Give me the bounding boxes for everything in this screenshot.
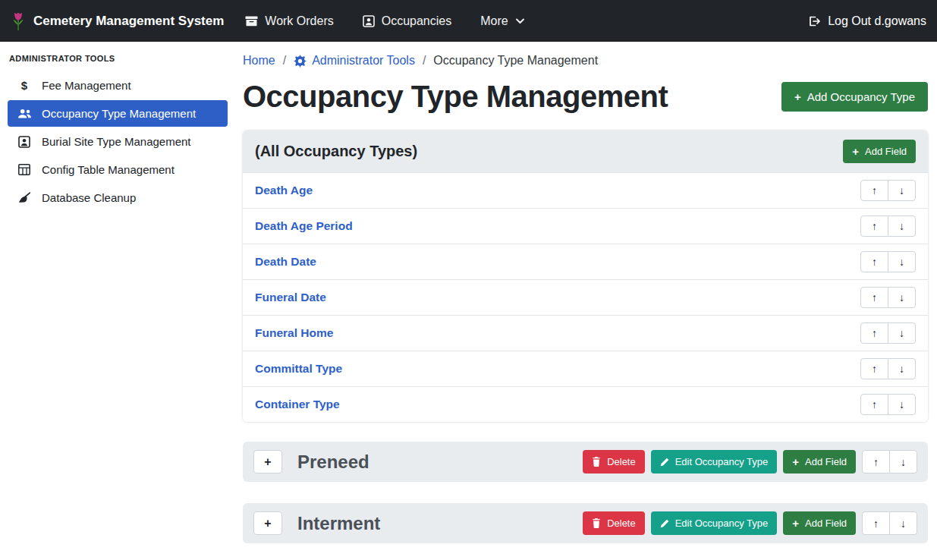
logout-label: Log Out d.gowans — [828, 14, 926, 28]
occupancy-type-panel-preneed: + Preneed Delete — [243, 442, 928, 482]
move-up-button[interactable]: ↑ — [860, 394, 888, 415]
field-link[interactable]: Committal Type — [255, 362, 342, 376]
sidebar-item-label: Fee Management — [42, 79, 131, 92]
reorder-group: ↑ ↓ — [860, 180, 916, 201]
nav-work-orders[interactable]: Work Orders — [245, 14, 333, 28]
move-down-button[interactable]: ↓ — [888, 394, 916, 415]
sidebar-item-fee-management[interactable]: $ Fee Management — [8, 72, 228, 99]
reorder-group: ↑ ↓ — [860, 358, 916, 379]
add-field-button[interactable]: + Add Field — [783, 511, 856, 535]
occupancy-type-name: Preneed — [297, 451, 369, 473]
expand-button[interactable]: + — [253, 450, 282, 473]
reorder-group: ↑ ↓ — [860, 287, 916, 308]
move-down-button[interactable]: ↓ — [888, 216, 916, 237]
move-up-button[interactable]: ↑ — [860, 322, 888, 344]
sidebar-item-database-cleanup[interactable]: Database Cleanup — [8, 184, 228, 211]
add-field-button[interactable]: + Add Field — [843, 140, 916, 163]
nav-label: Occupancies — [382, 14, 452, 28]
field-link[interactable]: Death Date — [255, 255, 316, 269]
page-title: Occupancy Type Management — [243, 80, 668, 114]
move-down-button[interactable]: ↓ — [888, 358, 916, 379]
add-field-button[interactable]: + Add Field — [783, 450, 856, 473]
sidebar-heading: Administrator Tools — [0, 45, 235, 71]
sidebar-item-config-table-management[interactable]: Config Table Management — [8, 156, 228, 183]
button-label: Add Field — [805, 518, 847, 529]
sidebar-item-label: Burial Site Type Management — [42, 135, 191, 148]
main-content: Home / Administrator Tools / Occupancy T… — [235, 42, 937, 560]
plus-icon: + — [792, 518, 799, 529]
type-actions: Delete Edit Occupancy Type + Add Field ↑ — [583, 511, 917, 535]
move-up-button[interactable]: ↑ — [860, 358, 888, 379]
gear-icon — [294, 55, 307, 68]
nav-occupancies[interactable]: Occupancies — [363, 14, 452, 28]
move-up-button[interactable]: ↑ — [860, 180, 888, 201]
nav-label: Work Orders — [265, 14, 333, 28]
button-label: Add Field — [865, 146, 907, 157]
plus-icon: + — [794, 91, 801, 102]
burial-site-icon — [17, 136, 32, 148]
app-brand[interactable]: Cemetery Management System — [11, 11, 224, 31]
move-down-button[interactable]: ↓ — [888, 287, 916, 308]
occupancy-type-name: Interment — [297, 513, 380, 534]
delete-button[interactable]: Delete — [583, 450, 645, 473]
field-link[interactable]: Funeral Date — [255, 291, 326, 304]
breadcrumb-current: Occupancy Type Management — [433, 54, 598, 68]
field-link[interactable]: Death Age Period — [255, 219, 353, 233]
field-link[interactable]: Funeral Home — [255, 326, 333, 340]
plus-icon: + — [852, 146, 859, 157]
dollar-icon: $ — [17, 79, 32, 92]
field-row: Death Date ↑ ↓ — [243, 244, 928, 279]
field-row: Death Age ↑ ↓ — [243, 172, 928, 208]
field-link[interactable]: Container Type — [255, 398, 340, 411]
move-up-button[interactable]: ↑ — [862, 511, 890, 535]
logout-button[interactable]: Log Out d.gowans — [807, 14, 926, 28]
move-up-button[interactable]: ↑ — [860, 287, 888, 308]
sidebar-item-label: Occupancy Type Management — [42, 107, 196, 120]
add-occupancy-type-button[interactable]: + Add Occupancy Type — [781, 82, 928, 112]
nav-more[interactable]: More — [480, 14, 524, 28]
sidebar-item-label: Config Table Management — [42, 163, 175, 176]
move-up-button[interactable]: ↑ — [860, 216, 888, 237]
breadcrumb-home-link[interactable]: Home — [243, 54, 275, 68]
expand-button[interactable]: + — [253, 511, 282, 535]
edit-occupancy-type-button[interactable]: Edit Occupancy Type — [651, 511, 778, 535]
delete-button[interactable]: Delete — [583, 511, 645, 535]
reorder-group: ↑ ↓ — [860, 322, 916, 344]
trash-icon — [592, 518, 601, 528]
reorder-group: ↑ ↓ — [862, 511, 917, 535]
move-down-button[interactable]: ↓ — [888, 322, 916, 344]
button-label: Delete — [607, 518, 636, 529]
sidebar-item-burial-site-type-management[interactable]: Burial Site Type Management — [8, 128, 228, 155]
sidebar: Administrator Tools $ Fee Management Occ… — [0, 42, 235, 560]
tulip-logo-icon — [11, 11, 26, 31]
move-down-button[interactable]: ↓ — [888, 251, 916, 272]
button-label: Edit Occupancy Type — [675, 518, 769, 529]
field-link[interactable]: Death Age — [255, 184, 313, 197]
breadcrumb-admin-tools-link[interactable]: Administrator Tools — [294, 54, 415, 68]
pencil-icon — [660, 519, 669, 528]
pencil-icon — [660, 458, 669, 467]
reorder-group: ↑ ↓ — [862, 450, 917, 473]
broom-icon — [17, 192, 32, 203]
move-down-button[interactable]: ↓ — [889, 450, 917, 473]
breadcrumb-separator: / — [423, 54, 426, 68]
move-up-button[interactable]: ↑ — [860, 251, 888, 272]
panel-title: (All Occupancy Types) — [255, 143, 417, 160]
move-down-button[interactable]: ↓ — [888, 180, 916, 201]
plus-icon: + — [792, 456, 799, 467]
content-shell: Administrator Tools $ Fee Management Occ… — [0, 42, 937, 560]
reorder-group: ↑ ↓ — [860, 251, 916, 272]
title-row: Occupancy Type Management + Add Occupanc… — [243, 80, 928, 114]
reorder-group: ↑ ↓ — [860, 394, 916, 415]
move-down-button[interactable]: ↓ — [889, 511, 917, 535]
panel-header: (All Occupancy Types) + Add Field — [243, 131, 928, 172]
breadcrumb-separator: / — [283, 54, 286, 68]
button-label: Add Field — [805, 456, 847, 467]
field-row: Death Age Period ↑ ↓ — [243, 208, 928, 244]
edit-occupancy-type-button[interactable]: Edit Occupancy Type — [651, 450, 778, 473]
move-up-button[interactable]: ↑ — [862, 450, 890, 473]
breadcrumb: Home / Administrator Tools / Occupancy T… — [243, 54, 928, 68]
field-row: Committal Type ↑ ↓ — [243, 351, 928, 386]
sidebar-item-occupancy-type-management[interactable]: Occupancy Type Management — [8, 100, 228, 127]
sidebar-item-label: Database Cleanup — [42, 191, 136, 204]
